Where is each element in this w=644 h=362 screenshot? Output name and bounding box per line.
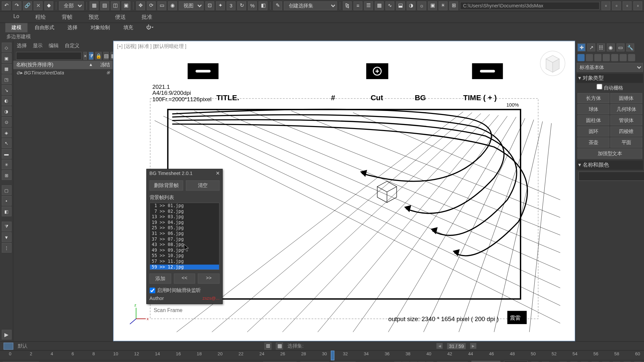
- modify-tab-icon[interactable]: ↗: [587, 44, 595, 52]
- refcoord-dropdown[interactable]: 视图: [179, 1, 204, 10]
- strip-icon[interactable]: ▦: [2, 64, 11, 73]
- list-item[interactable]: 19 >> 04.jpg: [150, 220, 219, 226]
- tab-freeform[interactable]: 自由形式: [29, 23, 60, 33]
- timeline[interactable]: 0246810121416182022242628303234363840424…: [0, 350, 644, 360]
- rect-select-icon[interactable]: ◫: [111, 1, 120, 10]
- list-item[interactable]: 57 >> 11.jpg: [150, 259, 219, 264]
- ribbon-subtab[interactable]: 多边形建模: [0, 33, 644, 41]
- menu-item[interactable]: 批准: [142, 13, 152, 21]
- outliner-tab[interactable]: 自定义: [65, 43, 79, 49]
- bgframe-list[interactable]: 1 >> 01.jpg 7 >> 02.jpg13 >> 03.jpg19 >>…: [150, 202, 220, 270]
- strip-icon[interactable]: ▬: [2, 149, 11, 159]
- select-name-icon[interactable]: ▤: [100, 1, 109, 10]
- list-item[interactable]: 49 >> 09.jpg: [150, 248, 219, 253]
- outliner-tab[interactable]: 显示: [33, 43, 43, 49]
- selset-dropdown[interactable]: 创建选择集: [284, 1, 337, 10]
- move-icon[interactable]: ✥: [136, 1, 145, 10]
- systems-icon[interactable]: [628, 54, 635, 61]
- curve-editor-icon[interactable]: ∿: [385, 1, 394, 10]
- list-item[interactable]: 25 >> 05.jpg: [150, 225, 219, 231]
- create-长方体[interactable]: 长方体: [578, 93, 609, 103]
- ws-a-icon[interactable]: ▫: [601, 1, 610, 10]
- viewcube[interactable]: [539, 50, 566, 76]
- strip-icon[interactable]: ▪: [2, 196, 11, 205]
- hierarchy-tab-icon[interactable]: ☷: [597, 44, 605, 52]
- outliner-search[interactable]: [16, 52, 82, 60]
- window-crossing-icon[interactable]: ▣: [121, 1, 130, 10]
- display-icon[interactable]: ▤: [104, 52, 109, 60]
- autokey-button[interactable]: 自动关键点: [472, 361, 500, 362]
- frame-next-icon[interactable]: ▸: [470, 343, 477, 349]
- filter-icon[interactable]: ⧩: [89, 52, 94, 60]
- object-name-input[interactable]: [578, 172, 644, 181]
- tab-selection[interactable]: 选择: [61, 23, 83, 33]
- menu-item[interactable]: 便送: [115, 13, 126, 21]
- display-tab-icon[interactable]: ▭: [616, 44, 625, 52]
- shapes-icon[interactable]: [586, 54, 593, 61]
- search-clear-icon[interactable]: ×: [84, 52, 87, 60]
- cameras-icon[interactable]: [603, 54, 610, 61]
- material-icon[interactable]: ◑: [407, 1, 416, 10]
- strip-icon[interactable]: ⊞: [2, 170, 11, 180]
- outliner-row[interactable]: ⊘▸ BGTimesheetData ※: [13, 69, 113, 76]
- layer-icon[interactable]: ☰: [364, 1, 373, 10]
- autogrid-checkbox[interactable]: 自动栅格: [596, 85, 623, 90]
- delete-bgframe-button[interactable]: 删除背景帧: [150, 180, 183, 190]
- menu-item[interactable]: 程绘: [35, 13, 46, 21]
- namedsel-icon[interactable]: ✎: [273, 1, 282, 10]
- motion-tab-icon[interactable]: ◉: [607, 44, 615, 52]
- link-icon[interactable]: 🔗: [23, 1, 32, 10]
- a-icon[interactable]: ⊞: [449, 1, 458, 10]
- rfw-icon[interactable]: ▣: [428, 1, 437, 10]
- manip-icon[interactable]: ✦: [216, 1, 225, 10]
- ws-b-icon[interactable]: ▫: [612, 1, 621, 10]
- filter-dropdown[interactable]: 全部: [59, 1, 84, 10]
- utilities-tab-icon[interactable]: 🔧: [626, 44, 634, 52]
- slider-listen-checkbox[interactable]: [150, 288, 155, 293]
- selobj-button[interactable]: 选定对象: [504, 361, 528, 362]
- strip-icon[interactable]: ◑: [2, 106, 11, 116]
- create-圆锥体[interactable]: 圆锥体: [610, 93, 642, 103]
- create-四棱锥[interactable]: 四棱锥: [610, 126, 642, 136]
- create-管状体[interactable]: 管状体: [610, 115, 642, 125]
- strip-icon[interactable]: ↘: [2, 85, 11, 95]
- anglesnap-icon[interactable]: ↻: [237, 1, 246, 10]
- tab-toggle[interactable]: ⏻▾: [140, 23, 160, 33]
- strip-icon[interactable]: ⧩: [2, 222, 11, 231]
- render-setup-icon[interactable]: ☼: [417, 1, 426, 10]
- list-item[interactable]: 1 >> 01.jpg: [150, 203, 219, 209]
- undo-icon[interactable]: ↶: [2, 1, 10, 10]
- strip-icon[interactable]: ◈: [2, 128, 11, 137]
- pctsnap-icon[interactable]: %: [248, 1, 257, 10]
- spinnersnap-icon[interactable]: ◧: [259, 1, 267, 10]
- frame-prev-icon[interactable]: ◂: [437, 343, 443, 349]
- spacewarps-icon[interactable]: [620, 54, 627, 61]
- strip-icon[interactable]: ▣: [2, 53, 11, 63]
- unlink-icon[interactable]: ⤫: [34, 1, 42, 10]
- create-tab-icon[interactable]: ✚: [578, 44, 586, 52]
- clear-button[interactable]: 清空: [186, 180, 219, 190]
- strip-icon[interactable]: ↖: [2, 138, 11, 148]
- strip-icon[interactable]: ⊙: [2, 117, 11, 127]
- helpers-icon[interactable]: [611, 54, 618, 61]
- list-item[interactable]: 31 >> 06.jpg: [150, 231, 219, 237]
- outliner-tab[interactable]: 编辑: [49, 43, 58, 49]
- list-item[interactable]: 55 >> 10.jpg: [150, 253, 219, 259]
- align-icon[interactable]: ≡: [354, 1, 362, 10]
- create-几何球体[interactable]: 几何球体: [610, 104, 642, 114]
- crumb-icon[interactable]: ⊞: [264, 342, 271, 349]
- list-item[interactable]: 37 >> 07.jpg: [150, 237, 219, 242]
- tab-objpaint[interactable]: 对象绘制: [84, 23, 116, 33]
- list-item[interactable]: 7 >> 02.jpg: [150, 208, 219, 214]
- strip-icon[interactable]: ◐: [2, 96, 11, 106]
- tab-modeling[interactable]: 建模: [5, 23, 28, 33]
- render-icon[interactable]: ☀: [439, 1, 447, 10]
- next-button[interactable]: >>: [198, 274, 219, 284]
- select-icon[interactable]: ▦: [90, 1, 98, 10]
- create-圆环[interactable]: 圆环: [578, 126, 609, 136]
- lights-icon[interactable]: [594, 54, 601, 61]
- strip-icon[interactable]: ▼: [2, 232, 11, 242]
- geom-icon[interactable]: [578, 54, 585, 61]
- strip-icon[interactable]: ◇: [2, 43, 11, 52]
- close-icon[interactable]: ✕: [216, 171, 220, 176]
